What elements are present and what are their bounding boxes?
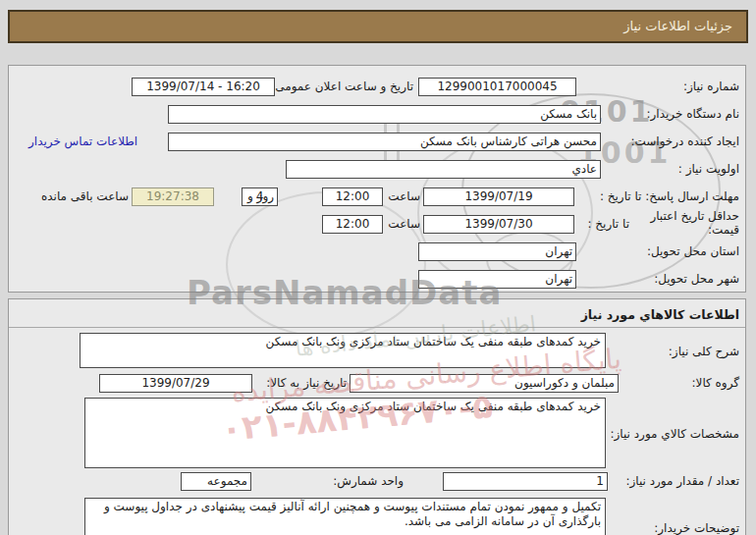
province-field[interactable]: تهران — [418, 242, 576, 261]
need-date-field[interactable]: 1399/07/29 — [99, 374, 252, 393]
days-and-label: روز و — [247, 189, 274, 203]
reply-deadline-label: مهلت ارسال پاسخ: تا تاریخ : — [600, 189, 739, 203]
price-validity-hour-field[interactable]: 12:00 — [322, 215, 383, 234]
goods-info-panel: اطلاعات کالاهاي مورد نیاز شرح کلی نیاز: … — [8, 298, 746, 535]
goods-group-label: گروه کالا: — [692, 376, 740, 390]
section-divider — [9, 327, 745, 328]
specs-label: مشخصات کالاي مورد نیاز: — [610, 427, 739, 441]
general-desc-label: شرح کلی نیاز: — [669, 345, 739, 358]
remaining-hours-label: ساعت باقی مانده — [41, 189, 129, 203]
need-number-label: شماره نیاز: — [683, 80, 739, 93]
unit-field[interactable]: مجموعه — [181, 472, 251, 491]
page-title-bar: جزئیات اطلاعات نیاز — [8, 10, 748, 43]
buyer-org-field[interactable]: بانک مسکن — [168, 105, 601, 124]
announce-datetime-field[interactable]: 1399/07/14 - 16:20 — [132, 78, 275, 96]
reply-hour-label: ساعت — [388, 189, 420, 203]
buyer-org-label: نام دستگاه خریدار: — [647, 107, 740, 121]
specs-textarea[interactable]: خرید کمدهای طبقه منفی یک ساختمان ستاد مر… — [84, 398, 606, 468]
unit-label: واحد شمارش: — [333, 474, 404, 488]
until-date-label: تا تاریخ : — [587, 217, 629, 231]
buyer-contact-link[interactable]: اطلاعات تماس خریدار — [28, 134, 137, 148]
creator-field[interactable]: محسن هراتی کارشناس بانک مسکن — [168, 133, 601, 151]
city-field[interactable]: تهران — [418, 270, 576, 289]
city-label: شهر محل تحویل: — [654, 272, 739, 286]
page-title: جزئیات اطلاعات نیاز — [623, 19, 732, 33]
price-hour-label: ساعت — [388, 217, 420, 231]
need-number-field[interactable]: 1299001017000045 — [418, 78, 576, 96]
price-validity-label: حداقل تاریخ اعتبار قیمت: — [633, 209, 739, 237]
quantity-label: تعداد / مقدار مورد نیاز: — [625, 474, 739, 488]
general-desc-textarea[interactable]: خرید کمدهای طبقه منفی یک ساختمان ستاد مر… — [80, 333, 606, 368]
buyer-notes-label: توضیحات خریدار: — [654, 521, 739, 535]
priority-field[interactable]: عادي — [286, 160, 601, 179]
creator-label: ایجاد کننده درخواست: — [630, 134, 739, 148]
price-validity-date-field[interactable]: 1399/07/30 — [423, 215, 574, 234]
quantity-field[interactable]: 1 — [443, 472, 608, 491]
page: { "header": { "title": "جزئیات اطلاعات ن… — [0, 0, 756, 535]
goods-section-title: اطلاعات کالاهاي مورد نیاز — [581, 307, 739, 322]
announce-datetime-label: تاریخ و ساعت اعلان عمومی: — [271, 80, 413, 93]
reply-deadline-date-field[interactable]: 1399/07/19 — [423, 187, 574, 206]
need-details-panel: شماره نیاز: 1299001017000045 تاریخ و ساع… — [8, 65, 746, 293]
buyer-notes-textarea[interactable]: تکمیل و ممهور نمودن تمام مستندات پیوست و… — [84, 498, 606, 535]
countdown-timer: 19:27:38 — [132, 187, 214, 206]
reply-deadline-hour-field[interactable]: 12:00 — [322, 187, 383, 206]
need-date-label: تاریخ نیاز به کالا: — [266, 376, 347, 390]
priority-label: اولویت نیاز : — [678, 162, 739, 176]
goods-group-field[interactable]: مبلمان و دکوراسیون — [350, 374, 619, 393]
province-label: استان محل تحویل: — [647, 244, 739, 258]
